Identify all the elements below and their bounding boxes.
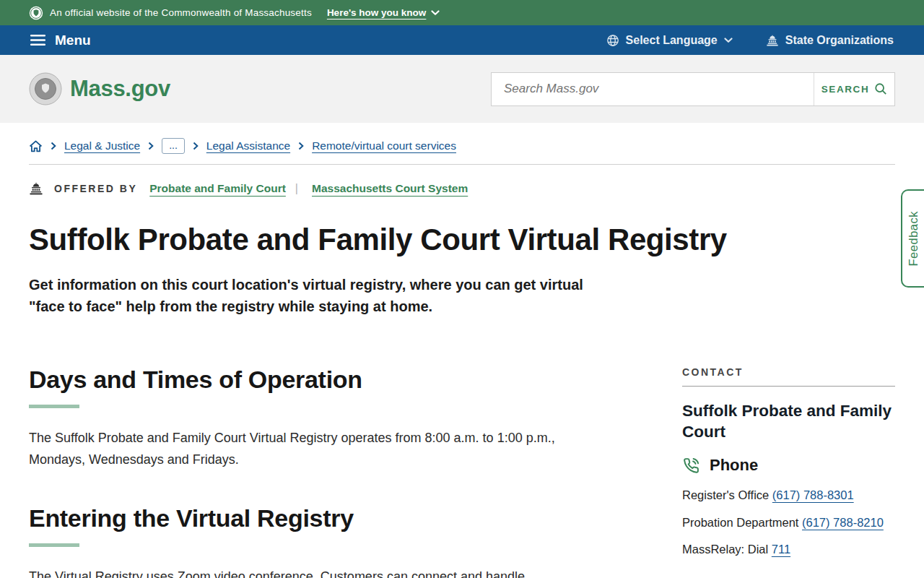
site-header: Mass.gov SEARCH [0,55,924,123]
phone-link-probation-department[interactable]: (617) 788-8210 [802,516,884,529]
massgov-logo-text: Mass.gov [70,76,170,102]
breadcrumb-ellipsis-button[interactable]: ... [162,138,185,154]
phone-section-heading: Phone [682,456,895,475]
section-body-entering-registry: The Virtual Registry uses Zoom video con… [29,566,562,578]
page-title: Suffolk Probate and Family Court Virtual… [29,223,895,257]
main-navbar: Menu Select Language State Organizations [0,25,924,55]
select-language-label: Select Language [626,34,718,47]
section-heading-entering-registry: Entering the Virtual Registry [29,504,646,532]
phone-row-label: Probation Department [682,516,802,529]
contact-label: CONTACT [682,366,895,378]
search-button[interactable]: SEARCH [814,73,894,105]
home-icon[interactable] [29,140,43,152]
hamburger-icon [30,34,45,46]
main-grid: Days and Times of Operation The Suffolk … [29,332,895,578]
menu-button[interactable]: Menu [30,33,91,48]
menu-label: Menu [55,33,91,48]
section-body-days-times: The Suffolk Probate and Family Court Vir… [29,428,596,470]
phone-icon [682,457,700,475]
seal-icon [29,6,43,20]
phone-row-probation-department: Probation Department (617) 788-8210 [682,514,895,531]
globe-icon [606,34,619,47]
phone-link-massrelay-711[interactable]: 711 [772,543,790,556]
offered-by-label: OFFERED BY [54,183,137,194]
chevron-right-icon [51,142,56,150]
search-button-label: SEARCH [821,84,870,95]
body-text-before-link: The Virtual Registry uses Zoom video con… [29,569,525,578]
contact-divider [682,386,895,387]
select-language-dropdown[interactable]: Select Language [606,34,733,47]
offered-by-link-probate-family-court[interactable]: Probate and Family Court [149,182,286,195]
statehouse-icon [766,34,779,47]
feedback-tab[interactable]: Feedback [901,189,924,288]
breadcrumb: Legal & Justice ... Legal Assistance Rem… [29,123,895,154]
official-banner-text: An official website of the Commonwealth … [50,7,312,18]
statehouse-icon [29,181,43,196]
massgov-logo[interactable]: Mass.gov [29,72,170,105]
chevron-down-icon [431,10,440,16]
heres-how-you-know-toggle[interactable]: Here's how you know [327,7,440,18]
heading-accent-rule [29,543,79,547]
offered-by-divider: | [295,182,298,195]
breadcrumb-link-remote-court-services[interactable]: Remote/virtual court services [312,139,456,152]
breadcrumb-link-legal-justice[interactable]: Legal & Justice [64,139,140,152]
phone-row-registers-office: Register's Office (617) 788-8301 [682,487,895,504]
chevron-right-icon [148,142,154,150]
page-content: Legal & Justice ... Legal Assistance Rem… [0,123,924,578]
site-search: SEARCH [491,72,895,106]
breadcrumb-divider [29,164,895,165]
chevron-right-icon [298,142,304,150]
contact-sidebar: CONTACT Suffolk Probate and Family Court… [682,332,895,578]
page-subtitle: Get information on this court location's… [29,274,615,317]
official-banner: An official website of the Commonwealth … [0,0,924,25]
main-column: Days and Times of Operation The Suffolk … [29,332,646,578]
heading-accent-rule [29,405,79,408]
search-input[interactable] [492,73,814,105]
contact-name: Suffolk Probate and Family Court [682,400,895,442]
heres-how-you-know-label: Here's how you know [327,7,427,18]
state-organizations-link[interactable]: State Organizations [766,34,894,47]
navbar-utilities: Select Language State Organizations [606,34,894,47]
state-organizations-label: State Organizations [785,34,894,47]
phone-heading-label: Phone [710,456,758,475]
offered-by: OFFERED BY Probate and Family Court | Ma… [29,181,895,196]
breadcrumb-link-legal-assistance[interactable]: Legal Assistance [206,139,290,152]
chevron-right-icon [193,142,199,150]
massgov-seal-icon [29,72,62,105]
section-heading-days-times: Days and Times of Operation [29,366,646,394]
phone-row-label: Register's Office [682,488,772,501]
offered-by-link-mass-court-system[interactable]: Massachusetts Court System [312,182,468,195]
phone-row-label: MassRelay: Dial [682,543,772,556]
phone-row-massrelay: MassRelay: Dial 711 [682,541,895,558]
feedback-label: Feedback [907,211,920,266]
phone-link-registers-office[interactable]: (617) 788-8301 [772,488,854,501]
search-icon [874,82,887,95]
chevron-down-icon [724,38,733,43]
